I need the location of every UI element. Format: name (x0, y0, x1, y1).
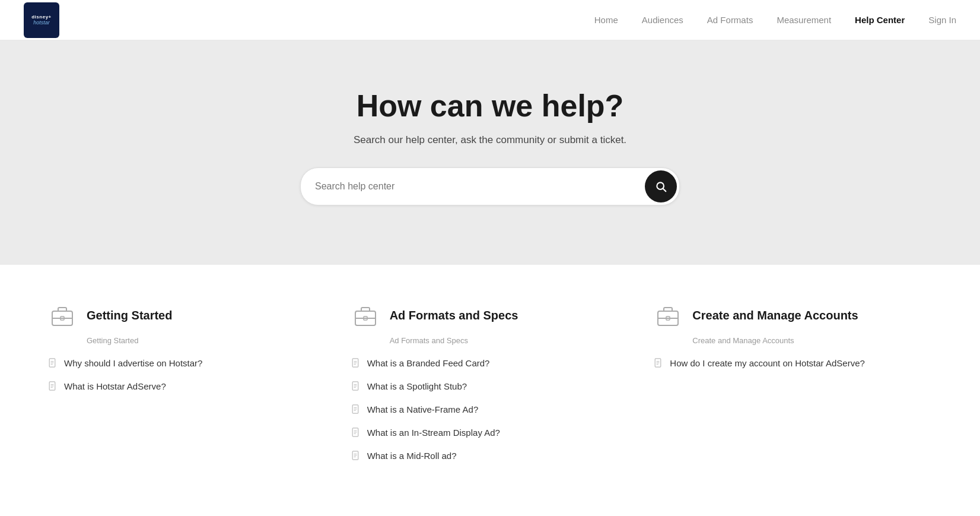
main-nav: Home Audiences Ad Formats Measurement He… (594, 15, 956, 25)
article-link[interactable]: What is a Spotlight Stub? (367, 380, 467, 392)
category-subtitle-getting-started: Getting Started (87, 336, 327, 345)
content-section: Getting Started Getting Started Why shou… (0, 265, 980, 498)
article-link[interactable]: What is a Mid-Roll ad? (367, 449, 457, 462)
category-getting-started: Getting Started Getting Started Why shou… (47, 300, 327, 462)
category-subtitle-create-accounts: Create and Manage Accounts (692, 336, 933, 345)
article-link[interactable]: What is a Branded Feed Card? (367, 357, 490, 369)
category-ad-formats: Ad Formats and Specs Ad Formats and Spec… (351, 300, 630, 462)
nav-home[interactable]: Home (594, 15, 618, 25)
search-button[interactable] (645, 170, 677, 202)
list-item[interactable]: How do I create my account on Hotstar Ad… (653, 357, 933, 369)
header: disney+ hotstar Home Audiences Ad Format… (0, 0, 980, 40)
search-input[interactable] (301, 172, 642, 201)
svg-line-1 (663, 189, 666, 192)
list-item[interactable]: What is Hotstar AdServe? (47, 380, 327, 392)
category-create-accounts: Create and Manage Accounts Create and Ma… (653, 300, 933, 462)
category-header-create-accounts: Create and Manage Accounts (653, 300, 933, 330)
search-icon (655, 181, 667, 192)
hero-title: How can we help? (24, 88, 956, 124)
briefcase-icon (47, 300, 77, 330)
category-header-ad-formats: Ad Formats and Specs (351, 300, 630, 330)
document-icon (351, 404, 360, 414)
hero-subtitle: Search our help center, ask the communit… (24, 134, 956, 146)
category-title-getting-started: Getting Started (87, 309, 172, 322)
article-list-getting-started: Why should I advertise on Hotstar? What … (47, 357, 327, 392)
nav-sign-in[interactable]: Sign In (928, 15, 956, 25)
document-icon (653, 358, 663, 368)
article-link[interactable]: Why should I advertise on Hotstar? (64, 357, 202, 369)
search-bar (300, 167, 680, 205)
briefcase-icon (351, 300, 380, 330)
document-icon (351, 381, 360, 391)
document-icon (351, 451, 360, 460)
list-item[interactable]: What is a Branded Feed Card? (351, 357, 630, 369)
category-subtitle-ad-formats: Ad Formats and Specs (390, 336, 630, 345)
document-icon (351, 358, 360, 368)
list-item[interactable]: What is a Native-Frame Ad? (351, 403, 630, 416)
nav-measurement[interactable]: Measurement (777, 15, 831, 25)
hero-section: How can we help? Search our help center,… (0, 40, 980, 265)
list-item[interactable]: Why should I advertise on Hotstar? (47, 357, 327, 369)
article-link[interactable]: How do I create my account on Hotstar Ad… (670, 357, 865, 369)
briefcase-icon (653, 300, 683, 330)
category-header-getting-started: Getting Started (47, 300, 327, 330)
article-link[interactable]: What is an In-Stream Display Ad? (367, 426, 500, 439)
document-icon (47, 358, 57, 368)
logo-text-line2: hotstar (33, 20, 50, 26)
category-title-create-accounts: Create and Manage Accounts (692, 309, 858, 322)
article-list-ad-formats: What is a Branded Feed Card? What is a S… (351, 357, 630, 462)
article-list-create-accounts: How do I create my account on Hotstar Ad… (653, 357, 933, 369)
category-title-ad-formats: Ad Formats and Specs (390, 309, 518, 322)
article-link[interactable]: What is Hotstar AdServe? (64, 380, 166, 392)
nav-audiences[interactable]: Audiences (642, 15, 683, 25)
document-icon (351, 428, 360, 437)
nav-help-center[interactable]: Help Center (855, 15, 905, 25)
logo[interactable]: disney+ hotstar (24, 2, 59, 38)
list-item[interactable]: What is an In-Stream Display Ad? (351, 426, 630, 439)
list-item[interactable]: What is a Spotlight Stub? (351, 380, 630, 392)
article-link[interactable]: What is a Native-Frame Ad? (367, 403, 479, 416)
document-icon (47, 381, 57, 391)
logo-text-line1: disney+ (31, 14, 52, 20)
nav-ad-formats[interactable]: Ad Formats (707, 15, 753, 25)
list-item[interactable]: What is a Mid-Roll ad? (351, 449, 630, 462)
categories-grid: Getting Started Getting Started Why shou… (47, 300, 933, 462)
